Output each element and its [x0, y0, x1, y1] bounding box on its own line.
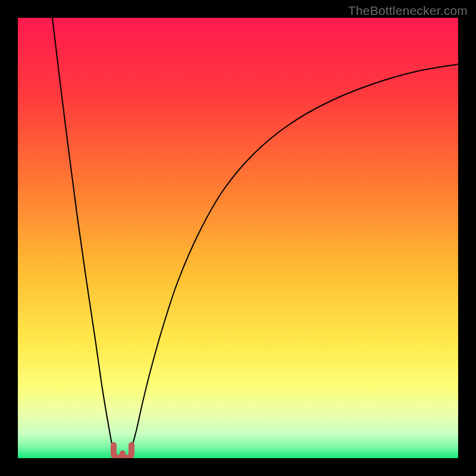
watermark-label: TheBottlenecker.com [348, 4, 468, 18]
plot-area [18, 18, 458, 458]
outer-frame: TheBottlenecker.com [0, 0, 476, 476]
chart-svg [18, 18, 458, 458]
gradient-background [18, 18, 458, 458]
